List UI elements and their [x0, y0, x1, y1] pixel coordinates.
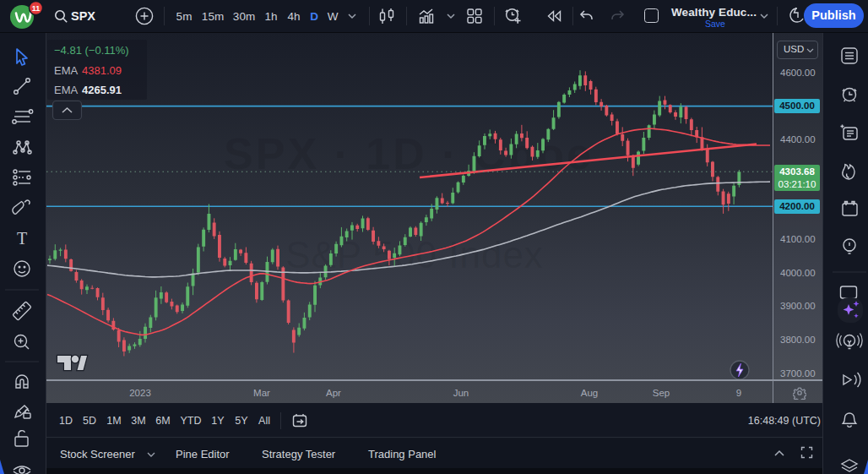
svg-text:EMA: EMA [54, 84, 79, 96]
svg-text:4265.91: 4265.91 [82, 84, 122, 96]
svg-text:EMA: EMA [54, 64, 79, 77]
svg-text:4381.09: 4381.09 [82, 64, 122, 77]
svg-text:T: T [17, 229, 27, 248]
svg-text:11: 11 [32, 4, 41, 13]
svg-text:−4.81 (−0.11%): −4.81 (−0.11%) [54, 44, 129, 57]
